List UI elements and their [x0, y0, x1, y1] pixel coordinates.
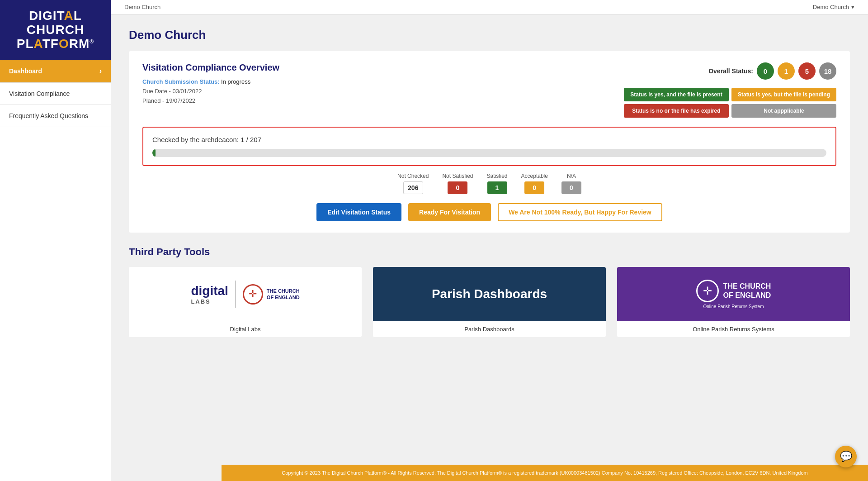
badge-gray: 18: [819, 62, 836, 80]
coe-text: THE CHURCHOF ENGLAND: [267, 288, 300, 301]
progress-section: Checked by the archdeacon: 1 / 207: [142, 127, 836, 166]
sidebar: DIGITAL CHURCH PLATFORM® Dashboard › Vis…: [0, 0, 111, 481]
coe-circle-white-icon: ✛: [696, 280, 719, 302]
badge-yellow: 1: [778, 62, 795, 80]
dropdown-arrow-icon: ▾: [851, 4, 854, 10]
section-left: Visitation Compliance Overview Church Su…: [142, 62, 279, 106]
tool-online-parish[interactable]: ✛ THE CHURCHOF ENGLAND Online Parish Ret…: [617, 267, 850, 337]
page-body: Demo Church Visitation Compliance Overvi…: [111, 14, 868, 465]
coe-returns-logo: ✛ THE CHURCHOF ENGLAND Online Parish Ret…: [692, 275, 776, 314]
legend-grid: Status is yes, and the file is present S…: [624, 88, 836, 118]
count-satisfied: Satisfied 1: [487, 173, 508, 194]
parish-dashboards-logo: Parish Dashboards: [432, 287, 547, 301]
section-title: Visitation Compliance Overview: [142, 62, 279, 73]
footer: Copyright © 2023 The Digital Church Plat…: [222, 465, 868, 481]
badge-red: 5: [798, 62, 816, 80]
footer-text: Copyright © 2023 The Digital Church Plat…: [282, 470, 807, 476]
date-info: Due Date - 03/01/2022 Planed - 19/07/202…: [142, 87, 279, 106]
logo-area: DIGITAL CHURCH PLATFORM®: [0, 0, 111, 60]
tool-parish-dashboards[interactable]: Parish Dashboards Parish Dashboards: [373, 267, 606, 337]
visitation-compliance-card: Visitation Compliance Overview Church Su…: [129, 51, 850, 233]
status-counts: Not Checked 206 Not Satisfied 0 Satisfie…: [142, 173, 836, 194]
sidebar-nav: Dashboard › Visitation Compliance Freque…: [0, 60, 111, 127]
digital-labs-logo: digital LABS ✛ THE CHURCHOF ENGLAND: [191, 281, 299, 308]
progress-bar-fill: [152, 149, 156, 157]
overall-status-area: Overall Status: 0 1 5 18 Status is yes, …: [624, 62, 836, 118]
chevron-right-icon: ›: [99, 67, 102, 75]
digital-labs-name: Digital Labs: [226, 321, 265, 337]
sidebar-item-faq[interactable]: Frequently Asked Questions: [0, 105, 111, 127]
ready-visitation-button[interactable]: Ready For Visitation: [408, 203, 491, 221]
top-bar-dropdown[interactable]: Demo Church ▾: [813, 4, 854, 10]
count-acceptable: Acceptable 0: [521, 173, 548, 194]
progress-label: Checked by the archdeacon: 1 / 207: [152, 136, 826, 143]
progress-bar-container: [152, 149, 826, 157]
sidebar-item-visitation[interactable]: Visitation Compliance: [0, 83, 111, 105]
legend-no-expired: Status is no or the file has expired: [624, 104, 729, 118]
third-party-tools: Third Party Tools digital LABS: [129, 246, 850, 337]
online-parish-logo-area: ✛ THE CHURCHOF ENGLAND Online Parish Ret…: [617, 267, 850, 321]
main-content: Demo Church Demo Church ▾ Demo Church Vi…: [111, 0, 868, 481]
count-not-satisfied: Not Satisfied 0: [442, 173, 473, 194]
coe-returns-title: THE CHURCHOF ENGLAND: [723, 282, 771, 299]
legend-na: Not appplicable: [731, 104, 836, 118]
action-buttons: Edit Visitation Status Ready For Visitat…: [142, 203, 836, 221]
digital-labs-text: digital LABS: [191, 284, 228, 305]
coe-logo-small: ✛ THE CHURCHOF ENGLAND: [243, 284, 300, 305]
tools-title: Third Party Tools: [129, 246, 850, 258]
chat-button[interactable]: 💬: [835, 446, 857, 467]
badge-green: 0: [757, 62, 774, 80]
breadcrumb-church: Demo Church: [124, 4, 160, 10]
parish-dashboards-name: Parish Dashboards: [460, 321, 519, 337]
page-title: Demo Church: [129, 28, 850, 42]
submission-status: Church Submission Status: In progress: [142, 78, 279, 85]
count-not-checked: Not Checked 206: [397, 173, 429, 194]
top-bar: Demo Church Demo Church ▾: [111, 0, 868, 14]
digital-labs-logo-area: digital LABS ✛ THE CHURCHOF ENGLAND: [129, 267, 362, 321]
coe-returns-subtitle: Online Parish Returns System: [703, 304, 764, 309]
divider: [235, 281, 236, 308]
tools-grid: digital LABS ✛ THE CHURCHOF ENGLAND: [129, 267, 850, 337]
legend-yes-present: Status is yes, and the file is present: [624, 88, 729, 101]
overall-status-row: Overall Status: 0 1 5 18: [708, 62, 836, 80]
count-na: N/A 0: [561, 173, 581, 194]
sidebar-item-dashboard[interactable]: Dashboard ›: [0, 60, 111, 83]
parish-dashboards-logo-area: Parish Dashboards: [373, 267, 606, 321]
tool-digital-labs[interactable]: digital LABS ✛ THE CHURCHOF ENGLAND: [129, 267, 362, 337]
not-100-ready-button[interactable]: We Are Not 100% Ready, But Happy For Rev…: [498, 203, 662, 221]
legend-yes-pending: Status is yes, but the file is pending: [731, 88, 836, 101]
online-parish-name: Online Parish Returns Systems: [688, 321, 779, 337]
overall-status-label: Overall Status:: [708, 67, 753, 75]
section-header: Visitation Compliance Overview Church Su…: [142, 62, 836, 118]
coe-circle-icon: ✛: [243, 284, 263, 305]
edit-visitation-button[interactable]: Edit Visitation Status: [316, 203, 401, 221]
app-logo: DIGITAL CHURCH PLATFORM®: [17, 9, 94, 51]
